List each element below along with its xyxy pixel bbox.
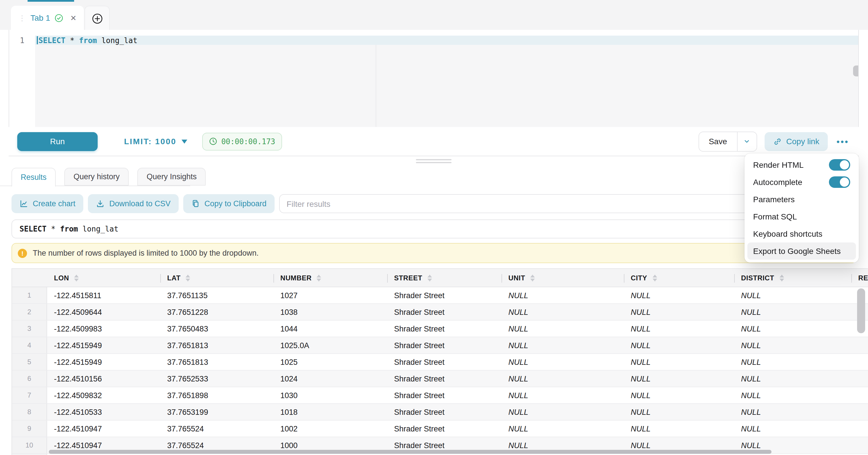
code-editor[interactable]: 1 SELECT * from long_lat [9,30,858,127]
cell[interactable]: NULL [624,304,734,320]
tab-query-history[interactable]: Query history [64,168,129,186]
column-header-re[interactable]: RE [851,269,868,287]
cell[interactable]: NULL [624,454,734,455]
cell[interactable]: Shrader Street [387,304,501,320]
cell[interactable]: NULL [624,321,734,337]
cell[interactable]: NULL [624,421,734,436]
cell[interactable]: 1025 [273,354,387,370]
menu-item-keyboard-shortcuts[interactable]: Keyboard shortcuts [747,225,856,242]
menu-item-export-to-google-sheets[interactable]: Export to Google Sheets [747,242,856,260]
cell[interactable]: Shrader Street [387,370,501,387]
save-button[interactable]: Save [699,132,737,151]
cell[interactable]: -122.4509644 [47,304,160,320]
copy-clipboard-button[interactable]: Copy to Clipboard [183,194,275,213]
run-button[interactable]: Run [17,132,98,151]
menu-item-format-sql[interactable]: Format SQL [747,208,856,225]
cell[interactable]: 37.765524 [160,421,273,436]
tab-drag-handle-icon[interactable]: ⋮ [19,14,26,22]
create-chart-button[interactable]: Create chart [11,194,84,213]
cell[interactable]: 1018 [273,404,387,420]
cell[interactable]: NULL [734,354,851,370]
cell[interactable]: NULL [501,404,624,420]
cell[interactable]: 1030 [273,387,387,403]
save-options-button[interactable] [737,132,756,151]
cell[interactable]: 1022 [273,454,387,455]
menu-item-render-html[interactable]: Render HTML [747,156,856,174]
cell[interactable]: NULL [734,454,851,455]
cell[interactable]: Shrader Street [387,421,501,436]
cell[interactable] [851,421,868,436]
cell[interactable] [851,354,868,370]
cell[interactable]: Shrader Street [387,337,501,353]
close-tab-icon[interactable]: ✕ [70,13,77,22]
cell[interactable]: 37.7651813 [160,354,273,370]
cell[interactable]: NULL [624,337,734,353]
cell[interactable]: NULL [501,370,624,387]
cell[interactable]: 37.7651228 [160,304,273,320]
table-row[interactable]: 3-122.450998337.76504831044Shrader Stree… [12,321,868,337]
cell[interactable]: NULL [734,287,851,303]
table-row[interactable]: 4-122.451594937.76518131025.0AShrader St… [12,337,868,354]
pane-resize-handle[interactable] [416,159,452,165]
menu-item-autocomplete[interactable]: Autocomplete [747,174,856,191]
cell[interactable]: 1038 [273,304,387,320]
cell[interactable]: NULL [734,321,851,337]
table-row[interactable]: 2-122.450964437.76512281038Shrader Stree… [12,304,868,321]
cell[interactable]: NULL [624,287,734,303]
cell[interactable]: Shrader Street [387,321,501,337]
cell[interactable]: -122.4509983 [47,321,160,337]
horizontal-scrollbar-thumb[interactable] [49,450,772,454]
cell[interactable]: -122.4510947 [47,421,160,436]
cell[interactable]: NULL [734,404,851,420]
cell[interactable]: -122.4510156 [47,370,160,387]
cell[interactable]: NULL [501,304,624,320]
cell[interactable] [851,370,868,387]
cell[interactable]: -122.4515811 [47,287,160,303]
editor-scrollbar-thumb[interactable] [853,65,858,77]
cell[interactable] [851,337,868,353]
cell[interactable]: Shrader Street [387,354,501,370]
cell[interactable]: NULL [624,370,734,387]
column-header-lon[interactable]: LON [47,269,160,287]
cell[interactable] [851,404,868,420]
cell[interactable]: 37.7650483 [160,321,273,337]
cell[interactable] [851,454,868,455]
cell[interactable]: NULL [501,321,624,337]
column-header-number[interactable]: NUMBER [273,269,387,287]
cell[interactable] [851,387,868,403]
sort-icon[interactable] [652,274,657,281]
sort-icon[interactable] [74,274,79,281]
cell[interactable]: 1002 [273,421,387,436]
cell[interactable]: NULL [734,421,851,436]
cell[interactable]: NULL [734,370,851,387]
sort-icon[interactable] [186,274,190,281]
cell[interactable]: Shrader Street [387,404,501,420]
cell[interactable]: NULL [501,354,624,370]
copy-link-button[interactable]: Copy link [764,132,828,151]
column-header-lat[interactable]: LAT [160,269,273,287]
cell[interactable]: 1024 [273,370,387,387]
cell[interactable]: NULL [624,387,734,403]
table-row[interactable]: 6-122.451015637.76525331024Shrader Stree… [12,370,868,387]
cell[interactable] [851,437,868,453]
table-row[interactable]: 5-122.451594937.76518131025Shrader Stree… [12,354,868,370]
sort-icon[interactable] [779,274,784,281]
tab-tab1[interactable]: ⋮ Tab 1 ✕ [11,6,84,30]
table-row[interactable]: 9-122.451094737.7655241002Shrader Street… [12,421,868,437]
cell[interactable]: Shrader Street [387,387,501,403]
cell[interactable]: Shrader Street [387,287,501,303]
toggle-switch-on[interactable] [829,159,850,171]
cell[interactable]: NULL [501,337,624,353]
table-row[interactable]: 1-122.451581137.76511351027Shrader Stree… [12,287,868,304]
column-header-city[interactable]: CITY [624,269,734,287]
cell[interactable]: NULL [734,337,851,353]
column-header-district[interactable]: DISTRICT [734,269,851,287]
tab-results[interactable]: Results [11,168,56,187]
limit-dropdown[interactable]: LIMIT: 1000 [124,137,187,146]
sort-icon[interactable] [530,274,535,281]
cell[interactable]: 37.7651135 [160,287,273,303]
table-row[interactable]: 7-122.450983237.76518981030Shrader Stree… [12,387,868,404]
sort-icon[interactable] [427,274,432,281]
cell[interactable]: -122.4515949 [47,337,160,353]
cell[interactable]: -122.4515949 [47,354,160,370]
